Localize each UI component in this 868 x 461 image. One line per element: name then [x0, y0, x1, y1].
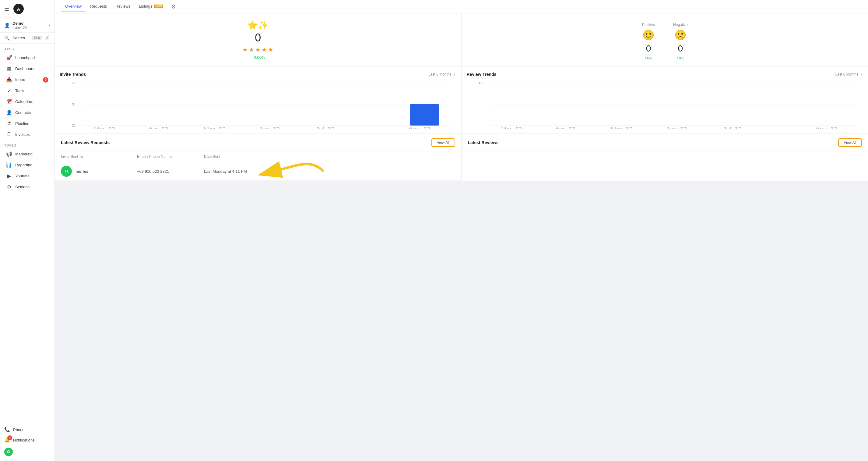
- calendars-icon: 📅: [6, 99, 12, 105]
- up-arrow-icon: ↑: [251, 55, 253, 60]
- inbox-icon: 📥: [6, 77, 12, 83]
- tab-listings[interactable]: Listings NEW: [134, 1, 167, 12]
- svg-text:0: 0: [71, 124, 75, 127]
- sentiment-columns: Positive 🙂 0 ↑ 0% Negative 🙁 0 ↑: [468, 23, 862, 60]
- contact-name-cell: TT Tes Tes: [61, 166, 137, 177]
- sidebar-avatar: A: [13, 4, 24, 14]
- reporting-label: Reporting: [15, 163, 32, 167]
- sidebar-item-phone[interactable]: 📞 Phone: [0, 425, 55, 435]
- more-icon[interactable]: ⋮: [453, 72, 456, 77]
- hamburger-icon[interactable]: ☰: [4, 5, 9, 12]
- rating-percent-change: ↑ 0.00%: [251, 55, 265, 60]
- negative-smiley-icon: 🙁: [674, 29, 686, 41]
- reporting-icon: 📊: [6, 162, 12, 168]
- reviews-table-header: Latest Reviews View All: [462, 134, 868, 151]
- svg-text:Aug, 23: Aug, 23: [816, 126, 837, 128]
- sidebar-item-calendars[interactable]: 📅 Calendars: [2, 96, 53, 107]
- positive-smiley-icon: 🙂: [642, 29, 655, 41]
- calendars-label: Calendars: [15, 99, 33, 104]
- tab-listings-badge: NEW: [154, 5, 163, 8]
- requests-table-columns: Invite Sent To Email / Phone Number Date…: [55, 151, 461, 162]
- invite-trends-chart: 2 1 0 Mar, 23 Apr, 23 May, 23: [60, 80, 456, 128]
- svg-text:Jun, 23: Jun, 23: [666, 126, 687, 128]
- tab-reviews[interactable]: Reviews: [111, 1, 134, 12]
- sidebar-item-youtube[interactable]: ▶ Youtube: [2, 171, 53, 181]
- pipeline-icon: ⚗: [6, 121, 12, 126]
- settings-gear-icon[interactable]: ⚙: [171, 3, 176, 10]
- requests-table-header: Latest Review Requests View All: [55, 134, 461, 151]
- view-all-reviews-button[interactable]: View All: [838, 138, 862, 147]
- youtube-icon: ▶: [6, 173, 12, 179]
- lightning-icon[interactable]: ⚡: [44, 35, 50, 41]
- sidebar-item-marketing[interactable]: 📢 Marketing: [2, 149, 53, 160]
- tab-requests[interactable]: Requests: [86, 1, 111, 12]
- sidebar-item-contacts[interactable]: 👤 Contacts: [2, 107, 53, 118]
- sidebar-item-dashboard[interactable]: ▦ Dashboard: [2, 63, 53, 74]
- svg-rect-6: [410, 104, 439, 125]
- pipeline-label: Pipeline: [15, 121, 29, 126]
- account-location: Irvine, CA: [12, 26, 27, 29]
- top-nav: OverviewRequestsReviewsListings NEW ⚙: [55, 0, 868, 13]
- sidebar-account[interactable]: 👤 Demo Irvine, CA ▾: [0, 18, 55, 33]
- review-trends-title: Review Trends: [467, 72, 497, 77]
- sidebar-item-notifications[interactable]: 🔔 Notifications 9: [0, 435, 55, 445]
- sidebar-item-settings[interactable]: ⚙ Settings: [2, 181, 53, 192]
- positive-label: Positive: [642, 23, 655, 27]
- svg-text:May, 23: May, 23: [204, 126, 226, 128]
- invoices-icon: 🗒: [6, 132, 12, 137]
- notifications-badge: 9: [7, 435, 12, 440]
- col-email-phone: Email / Phone Number: [137, 154, 204, 159]
- contact-date: Last Monday at 4:11 PM: [204, 169, 455, 174]
- chevron-down-icon: ▾: [49, 23, 50, 27]
- svg-text:Apr, 23: Apr, 23: [148, 126, 168, 128]
- svg-text:Apr, 23: Apr, 23: [555, 126, 575, 128]
- tab-overview[interactable]: Overview: [61, 1, 86, 12]
- sidebar-item-pipeline[interactable]: ⚗ Pipeline: [2, 118, 53, 129]
- svg-text:May, 23: May, 23: [611, 126, 633, 128]
- tasks-icon: ✓: [6, 88, 12, 93]
- sidebar-item-reporting[interactable]: 📊 Reporting: [2, 160, 53, 170]
- sidebar-item-invoices[interactable]: 🗒 Invoices: [2, 129, 53, 140]
- negative-sentiment: Negative 🙁 0 ↑ 0%: [673, 23, 687, 60]
- sidebar-item-launchpad[interactable]: 🚀 Launchpad: [2, 52, 53, 63]
- inbox-badge: 0: [43, 77, 49, 83]
- stars-row: ★ ★ ★ ★ ★: [242, 46, 273, 53]
- nav-tabs: OverviewRequestsReviewsListings NEW: [61, 1, 167, 12]
- svg-text:Mar, 23: Mar, 23: [501, 126, 522, 128]
- sidebar-search[interactable]: 🔍 Search ⌘ K ⚡: [0, 33, 55, 44]
- search-icon: 🔍: [4, 35, 10, 41]
- review-trends-card: Review Trends Last 6 Months ⋮ 0 Mar, 23 …: [462, 67, 868, 134]
- notifications-label: Notifications: [13, 438, 35, 442]
- svg-text:Mar, 23: Mar, 23: [94, 126, 115, 128]
- star-3: ★: [255, 46, 260, 53]
- more-icon-2[interactable]: ⋮: [860, 72, 863, 77]
- marketing-icon: 📢: [6, 151, 12, 157]
- view-all-requests-button[interactable]: View All: [431, 138, 455, 147]
- rating-card: ⭐✨ 0 ★ ★ ★ ★ ★ ↑ 0.00%: [55, 13, 461, 66]
- sidebar-bottom: 📞 Phone 🔔 Notifications 9 G: [0, 422, 55, 461]
- tables-row: Latest Review Requests View All Invite S…: [55, 134, 868, 181]
- tools-items: 📢 Marketing 📊 Reporting ▶ Youtube ⚙ Sett…: [0, 148, 55, 193]
- search-shortcut: ⌘ K: [32, 36, 42, 40]
- review-trends-period: Last 6 Months ⋮: [835, 72, 863, 77]
- star-5: ★: [268, 46, 273, 53]
- inbox-label: Inbox: [15, 77, 25, 82]
- positive-count: 0: [646, 43, 651, 54]
- sidebar-item-inbox[interactable]: 📥 Inbox 0: [2, 74, 53, 85]
- stars-trophy-icon: ⭐✨: [247, 20, 269, 30]
- apps-section-label: Apps: [0, 44, 55, 52]
- latest-review-requests-card: Latest Review Requests View All Invite S…: [55, 134, 461, 181]
- contact-avatar: TT: [61, 166, 72, 177]
- table-row: TT Tes Tes +63 916 523 2321 Last Monday …: [55, 162, 461, 181]
- invite-trends-title: Invite Trends: [60, 72, 86, 77]
- profile-avatar: G: [4, 448, 13, 456]
- svg-text:Jun, 23: Jun, 23: [259, 126, 280, 128]
- dashboard-label: Dashboard: [15, 66, 35, 71]
- settings-label: Settings: [15, 185, 30, 189]
- content-area: ⭐✨ 0 ★ ★ ★ ★ ★ ↑ 0.00% Positive: [55, 13, 868, 461]
- tools-section-label: Tools: [0, 140, 55, 148]
- sidebar-item-profile[interactable]: G: [0, 445, 55, 459]
- view-all-wrapper: View All: [431, 138, 455, 147]
- sidebar-item-tasks[interactable]: ✓ Tasks: [2, 85, 53, 96]
- top-cards-row: ⭐✨ 0 ★ ★ ★ ★ ★ ↑ 0.00% Positive: [55, 13, 868, 66]
